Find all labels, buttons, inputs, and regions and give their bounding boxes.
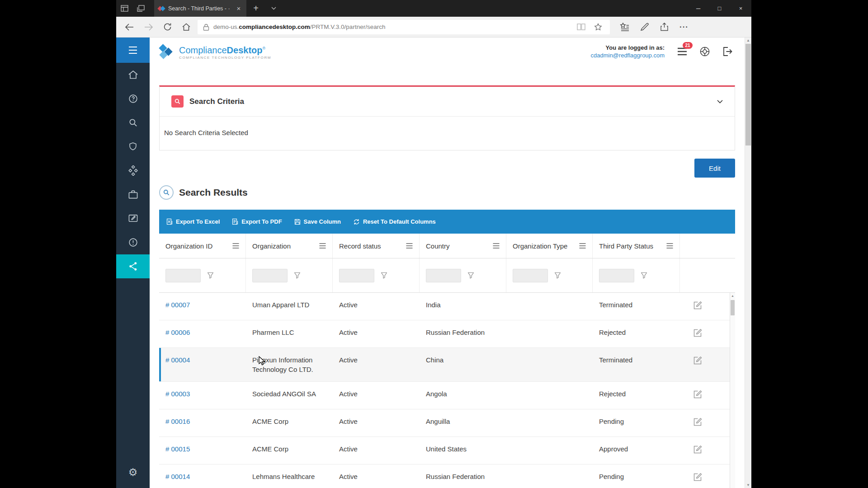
- logout-icon[interactable]: [720, 44, 735, 59]
- hamburger-menu-icon[interactable]: [116, 38, 150, 63]
- column-header-third-party-status: Third Party Status: [593, 234, 680, 258]
- table-row[interactable]: # 00016ACME CorpActiveAnguillaPending: [159, 409, 735, 437]
- org-id-link[interactable]: # 00007: [165, 301, 190, 309]
- set-aside-tabs-icon[interactable]: [132, 0, 149, 17]
- shield-nav-icon[interactable]: [116, 135, 150, 159]
- browser-tab[interactable]: Search - Third Parties - · ×: [154, 0, 246, 17]
- back-icon[interactable]: [120, 19, 139, 36]
- page-body: Search Criteria No Search Criteria Selec…: [150, 66, 745, 488]
- feedback-nav-icon[interactable]: [116, 206, 150, 230]
- table-row[interactable]: # 00007Uman Apparel LTDActiveIndiaTermin…: [159, 293, 735, 320]
- alert-nav-icon[interactable]: [116, 230, 150, 254]
- minimize-button[interactable]: ─: [688, 0, 709, 17]
- table-row[interactable]: # 00014Lehmans HealthcareActiveRussian F…: [159, 465, 735, 488]
- support-icon[interactable]: [697, 44, 712, 59]
- filter-input-country[interactable]: [426, 269, 461, 282]
- edit-row-icon[interactable]: [693, 417, 703, 427]
- org-id-cell: # 00004: [159, 348, 246, 381]
- settings-gear-icon[interactable]: ⚙: [116, 460, 150, 484]
- help-nav-icon[interactable]: [116, 87, 150, 111]
- filter-funnel-icon[interactable]: [377, 269, 390, 282]
- filter-input-record-status[interactable]: [339, 269, 374, 282]
- org-id-link[interactable]: # 00016: [165, 418, 190, 425]
- share-nav-icon[interactable]: [116, 254, 150, 278]
- new-tab-button[interactable]: +: [246, 0, 265, 17]
- filter-cell-actions: [680, 258, 735, 292]
- tab-list-chevron-icon[interactable]: [265, 0, 282, 17]
- settings-more-icon[interactable]: ···: [674, 19, 694, 36]
- org-id-link[interactable]: # 00014: [165, 473, 190, 480]
- filter-funnel-icon[interactable]: [204, 269, 217, 282]
- org-id-link[interactable]: # 00004: [165, 356, 190, 364]
- edit-row-icon[interactable]: [693, 444, 703, 455]
- third-party-status-cell: Rejected: [593, 320, 680, 347]
- filter-funnel-icon[interactable]: [291, 269, 303, 282]
- maximize-button[interactable]: □: [709, 0, 730, 17]
- page-scrollbar[interactable]: ▲ ▼: [745, 38, 751, 488]
- tab-close-icon[interactable]: ×: [235, 5, 242, 12]
- scroll-up-icon[interactable]: ▲: [745, 38, 751, 42]
- forward-icon[interactable]: [139, 19, 158, 36]
- share-icon[interactable]: [654, 19, 674, 36]
- briefcase-nav-icon[interactable]: [116, 183, 150, 206]
- column-header-label: Third Party Status: [599, 242, 653, 250]
- table-row[interactable]: # 00003Sociedad ANGOil SAActiveAngolaRej…: [159, 382, 735, 409]
- column-menu-icon[interactable]: [232, 243, 240, 249]
- column-header-label: Record status: [339, 242, 381, 250]
- filter-funnel-icon[interactable]: [637, 269, 650, 282]
- edit-row-icon[interactable]: [693, 328, 703, 338]
- edit-button[interactable]: Edit: [694, 159, 735, 178]
- edit-row-icon[interactable]: [693, 300, 703, 310]
- login-email[interactable]: cdadmin@redflaggroup.com: [590, 52, 665, 59]
- home-icon[interactable]: [177, 19, 196, 36]
- reset-columns-button[interactable]: Reset To Default Columns: [353, 218, 436, 225]
- actions-cell: [680, 437, 735, 464]
- home-nav-icon[interactable]: [116, 63, 150, 87]
- edit-row-icon[interactable]: [693, 389, 703, 399]
- org-id-link[interactable]: # 00015: [165, 445, 190, 453]
- app-sidebar: ⚙: [116, 38, 150, 488]
- export-to-excel-button[interactable]: Export To Excel: [166, 218, 220, 225]
- search-criteria-title: Search Criteria: [189, 97, 244, 106]
- filter-funnel-icon[interactable]: [551, 269, 564, 282]
- refresh-icon[interactable]: [158, 19, 177, 36]
- filter-input-third-party-status[interactable]: [599, 269, 634, 282]
- reading-view-icon[interactable]: [574, 23, 588, 30]
- org-id-link[interactable]: # 00006: [165, 328, 190, 336]
- table-row[interactable]: # 00006Pharmen LLCActiveRussian Federati…: [159, 320, 735, 348]
- search-nav-icon[interactable]: [116, 111, 150, 135]
- apps-nav-icon[interactable]: [116, 159, 150, 183]
- organization-cell: Sociedad ANGOil SA: [246, 382, 333, 409]
- url-field[interactable]: demo-us.compliancedesktop.com/PRTM.V.3.0…: [198, 20, 610, 34]
- save-column-button[interactable]: Save Column: [294, 218, 341, 225]
- export-to-pdf-button[interactable]: Export To PDF: [232, 218, 282, 225]
- table-scrollbar[interactable]: ▲: [730, 293, 735, 488]
- scroll-down-icon[interactable]: ▼: [745, 483, 751, 487]
- edit-row-icon[interactable]: [693, 472, 703, 482]
- web-notes-pen-icon[interactable]: [634, 19, 654, 36]
- org-id-link[interactable]: # 00003: [165, 390, 190, 398]
- hub-favorites-icon[interactable]: [614, 19, 634, 36]
- edit-row-icon[interactable]: [693, 355, 703, 366]
- column-menu-icon[interactable]: [406, 243, 413, 249]
- collapse-caret-icon[interactable]: [717, 100, 723, 103]
- notifications-icon[interactable]: 21: [675, 44, 690, 59]
- organization-cell: Lehmans Healthcare: [246, 465, 333, 488]
- page-scrollbar-thumb[interactable]: [745, 44, 751, 145]
- tab-preview-icon[interactable]: [116, 0, 132, 17]
- filter-funnel-icon[interactable]: [464, 269, 477, 282]
- column-menu-icon[interactable]: [666, 243, 674, 249]
- table-row[interactable]: # 00015ACME CorpActiveUnited StatesAppro…: [159, 437, 735, 465]
- actions-cell: [680, 293, 735, 320]
- column-menu-icon[interactable]: [579, 243, 586, 249]
- column-menu-icon[interactable]: [319, 243, 326, 249]
- search-criteria-header[interactable]: Search Criteria: [160, 87, 735, 117]
- filter-input-organization-id[interactable]: [165, 269, 201, 282]
- column-menu-icon[interactable]: [492, 243, 500, 249]
- favorite-star-icon[interactable]: [591, 23, 605, 31]
- filter-input-organization-type[interactable]: [513, 269, 548, 282]
- table-scrollbar-thumb[interactable]: [731, 300, 735, 315]
- close-button[interactable]: ×: [730, 0, 751, 17]
- table-row[interactable]: # 00004Pingxun Information Technology Co…: [159, 348, 735, 382]
- filter-input-organization[interactable]: [252, 269, 288, 282]
